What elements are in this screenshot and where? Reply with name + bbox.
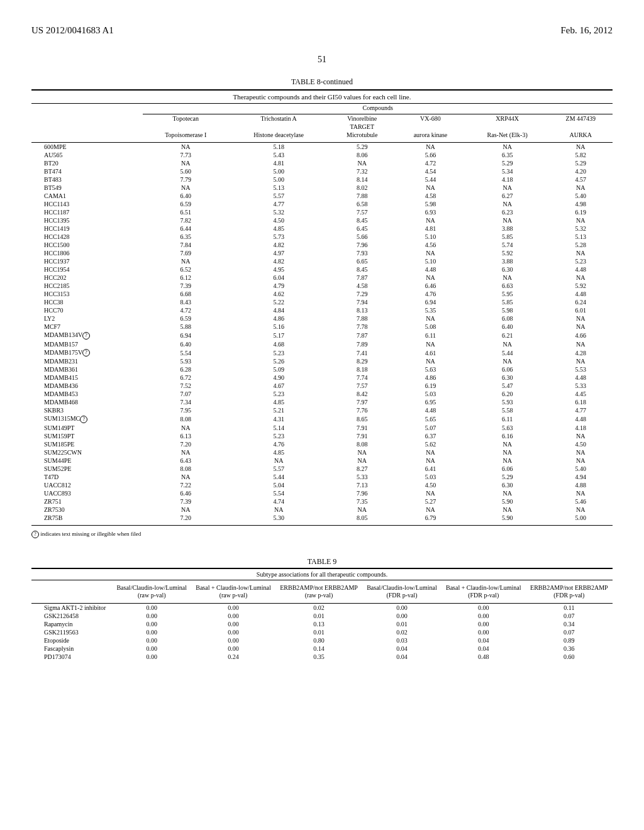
table-row: PD1730740.000.240.350.040.480.60 xyxy=(31,653,613,661)
cell: 8.18 xyxy=(329,365,395,374)
table-row: HCC14286.355.735.665.105.855.13 xyxy=(31,233,613,241)
compounds-header: Compounds xyxy=(143,104,613,114)
cell: NA xyxy=(228,506,329,514)
cell: 6.28 xyxy=(143,365,228,374)
doc-date: Feb. 16, 2012 xyxy=(561,25,613,36)
cell: 7.91 xyxy=(329,432,395,440)
row-label: HCC202 xyxy=(31,274,143,282)
cell: 5.00 xyxy=(549,514,613,526)
cell: 8.29 xyxy=(329,357,395,365)
cell: 5.82 xyxy=(549,151,613,159)
table-row: HCC31536.684.627.294.765.954.48 xyxy=(31,290,613,298)
cell: NA xyxy=(549,448,613,456)
cell: 7.07 xyxy=(143,390,228,398)
table-row: HCC19546.524.958.454.486.304.48 xyxy=(31,265,613,274)
cell: 5.35 xyxy=(395,306,466,314)
cell: 6.18 xyxy=(549,398,613,406)
target-col: Topoisomerase I xyxy=(143,131,228,143)
cell: 5.00 xyxy=(228,167,329,175)
cell: 6.01 xyxy=(549,306,613,314)
cell: 7.20 xyxy=(143,440,228,448)
cell: 4.50 xyxy=(228,216,329,224)
cell: NA xyxy=(143,257,228,265)
cell: 0.00 xyxy=(191,604,275,612)
cell: 4.57 xyxy=(549,175,613,184)
cell: 7.93 xyxy=(329,249,395,257)
cell: 5.62 xyxy=(395,440,466,448)
cell: NA xyxy=(228,456,329,465)
table-row: AU5657.735.438.065.666.355.82 xyxy=(31,151,613,159)
cell: 4.48 xyxy=(549,414,613,424)
cell: 4.77 xyxy=(549,406,613,414)
target-col: AURKA xyxy=(549,131,613,143)
row-label: GSK2119563 xyxy=(31,628,112,636)
row-label: MDAMB175V? xyxy=(31,348,143,358)
cell: 4.31 xyxy=(228,414,329,424)
cell: 6.44 xyxy=(143,224,228,233)
cell: 5.44 xyxy=(395,175,466,184)
cell: 0.00 xyxy=(441,612,526,620)
cell: 5.57 xyxy=(228,465,329,473)
row-label: HCC38 xyxy=(31,298,143,306)
cell: 4.86 xyxy=(395,374,466,382)
cell: 5.27 xyxy=(395,497,466,506)
row-label: BT20 xyxy=(31,159,143,167)
compound-col: VX-680 xyxy=(395,114,466,123)
cell: 6.20 xyxy=(466,390,549,398)
table-row: MDAMB1576.404.687.89NANANA xyxy=(31,340,613,348)
cell: 5.22 xyxy=(228,298,329,306)
cell: 7.35 xyxy=(329,497,395,506)
cell: 6.06 xyxy=(466,465,549,473)
cell: 4.58 xyxy=(329,282,395,290)
cell: NA xyxy=(549,432,613,440)
cell: 5.33 xyxy=(549,382,613,390)
table-row: SUM44PE6.43NANANANANA xyxy=(31,456,613,465)
cell: 4.85 xyxy=(228,448,329,456)
cell: 6.40 xyxy=(466,323,549,331)
cell: 8.08 xyxy=(329,440,395,448)
table-row: Rapamycin0.000.000.130.010.000.34 xyxy=(31,620,613,628)
cell: 7.88 xyxy=(329,192,395,200)
cell: 0.02 xyxy=(362,628,441,636)
cell: 8.27 xyxy=(329,465,395,473)
table8-subtitle: Therapeutic compounds and their GI50 val… xyxy=(31,90,613,104)
table-row: HCC18067.694.977.93NA5.92NA xyxy=(31,249,613,257)
cell: 7.22 xyxy=(143,481,228,489)
cell: 7.32 xyxy=(329,167,395,175)
cell: 6.46 xyxy=(143,489,228,497)
cell: 4.76 xyxy=(228,440,329,448)
cell: NA xyxy=(549,489,613,497)
compound-col: ZM 447439 xyxy=(549,114,613,123)
illegible-marker-icon: ? xyxy=(82,349,90,357)
cell: 4.77 xyxy=(228,200,329,208)
cell: 7.74 xyxy=(329,374,395,382)
table-row: T47DNA5.445.335.035.294.94 xyxy=(31,473,613,481)
row-label: SUM225CWN xyxy=(31,448,143,456)
compound-col: XRP44X xyxy=(466,114,549,123)
cell: 7.87 xyxy=(329,274,395,282)
row-label: HCC2185 xyxy=(31,282,143,290)
table9-subtitle: Subtype associations for all therapeutic… xyxy=(31,568,613,580)
cell: 5.66 xyxy=(395,151,466,159)
cell: 4.74 xyxy=(228,497,329,506)
cell: 4.48 xyxy=(395,406,466,414)
cell: 6.13 xyxy=(143,432,228,440)
cell: 8.43 xyxy=(143,298,228,306)
cell: 5.10 xyxy=(395,233,466,241)
cell: 0.00 xyxy=(441,604,526,612)
cell: NA xyxy=(395,357,466,365)
cell: 5.13 xyxy=(549,233,613,241)
cell: 6.58 xyxy=(329,200,395,208)
table-row: MDAMB3616.285.098.185.636.065.53 xyxy=(31,365,613,374)
table-row: ZR7530NANANANANANA xyxy=(31,506,613,514)
cell: 5.34 xyxy=(466,167,549,175)
cell: 4.54 xyxy=(395,167,466,175)
row-label: 600MPE xyxy=(31,143,143,152)
cell: 0.01 xyxy=(275,612,362,620)
cell: NA xyxy=(143,143,228,152)
row-label: ZR751 xyxy=(31,497,143,506)
cell: 0.01 xyxy=(362,620,441,628)
row-label: GSK2126458 xyxy=(31,612,112,620)
cell: 5.43 xyxy=(228,151,329,159)
cell: 5.23 xyxy=(549,257,613,265)
